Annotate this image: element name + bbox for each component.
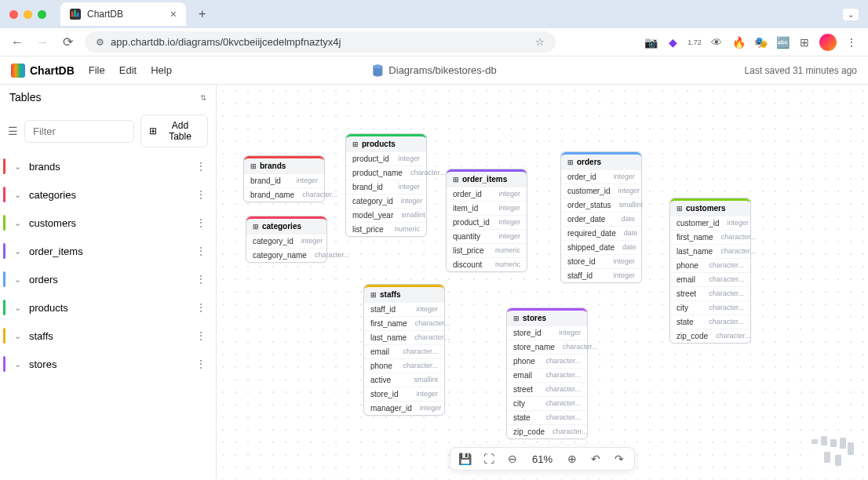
table-column[interactable]: phonecharacter... [364, 358, 444, 373]
chevron-down-icon[interactable]: ⌄ [14, 218, 21, 228]
profile-avatar[interactable] [819, 34, 837, 51]
sidebar-item-orders[interactable]: ⌄ orders ⋮ [0, 265, 216, 293]
table-column[interactable]: customer_idinteger [670, 216, 750, 230]
table-column[interactable]: first_namecharacter... [364, 316, 444, 330]
extension-badge[interactable]: 1.72 [687, 35, 702, 49]
table-column[interactable]: order_idinteger [447, 187, 527, 201]
diagram-table-brands[interactable]: ⊞brandsbrand_idintegerbrand_namecharacte… [243, 155, 325, 202]
table-column[interactable]: emailcharacter... [670, 272, 750, 286]
table-column[interactable]: citycharacter... [507, 396, 587, 410]
table-column[interactable]: emailcharacter... [507, 368, 587, 382]
table-column[interactable]: staff_idinteger [364, 302, 444, 316]
sidebar-item-customers[interactable]: ⌄ customers ⋮ [0, 209, 216, 237]
minimize-window[interactable] [24, 10, 32, 19]
bookmark-icon[interactable]: ☆ [535, 36, 545, 48]
table-column[interactable]: statecharacter... [670, 315, 750, 329]
table-column[interactable]: shipped_datedate [561, 240, 641, 254]
chevron-down-icon[interactable]: ⌄ [14, 331, 21, 341]
more-icon[interactable]: ⋮ [195, 188, 206, 201]
menu-file[interactable]: File [89, 64, 105, 76]
table-column[interactable]: last_namecharacter... [364, 330, 444, 344]
tab-overflow-icon[interactable]: ⌄ [843, 9, 859, 20]
diagram-table-stores[interactable]: ⊞storesstore_idintegerstore_namecharacte… [506, 307, 588, 439]
url-input[interactable]: ⚙ app.chartdb.io/diagrams/0kvcbeiijcedel… [85, 31, 556, 53]
close-window[interactable] [9, 10, 18, 19]
app-logo[interactable]: ChartDB [11, 64, 75, 78]
table-header[interactable]: ⊞orders [561, 152, 641, 169]
table-column[interactable]: citycharacter... [670, 300, 750, 315]
sidebar-item-staffs[interactable]: ⌄ staffs ⋮ [0, 322, 216, 350]
table-column[interactable]: product_idinteger [346, 151, 426, 165]
table-column[interactable]: model_yearsmallint [346, 208, 426, 222]
filter-input[interactable] [24, 120, 134, 143]
sidebar-item-products[interactable]: ⌄ products ⋮ [0, 293, 216, 322]
table-column[interactable]: product_namecharacter... [346, 165, 426, 180]
forward-button[interactable]: → [35, 35, 50, 49]
table-column[interactable]: brand_namecharacter... [244, 187, 324, 202]
diagram-canvas[interactable]: ⊞storesstore_idintegerstore_namecharacte… [217, 85, 868, 480]
table-column[interactable]: category_idinteger [246, 234, 326, 248]
table-column[interactable]: order_datedate [561, 212, 641, 226]
undo-icon[interactable]: ↶ [589, 453, 603, 465]
fit-view-icon[interactable]: ⛶ [482, 453, 496, 465]
breadcrumb[interactable]: Diagrams/bikestores-db [371, 64, 496, 77]
add-table-button[interactable]: ⊞ Add Table [140, 115, 208, 147]
menu-edit[interactable]: Edit [119, 64, 137, 76]
close-tab-icon[interactable]: × [170, 8, 177, 20]
maximize-window[interactable] [38, 10, 46, 19]
new-tab-button[interactable]: + [192, 7, 212, 21]
table-column[interactable]: activesmallint [364, 373, 444, 387]
sort-icon[interactable]: ⇅ [200, 93, 206, 102]
chevron-down-icon[interactable]: ⌄ [14, 190, 21, 200]
table-header[interactable]: ⊞products [346, 134, 426, 151]
table-header[interactable]: ⊞categories [246, 216, 326, 234]
chevron-down-icon[interactable]: ⌄ [14, 275, 21, 285]
table-header[interactable]: ⊞customers [670, 198, 750, 216]
table-column[interactable]: discountnumeric [447, 257, 527, 271]
table-column[interactable]: zip_codecharacter... [507, 424, 587, 438]
back-button[interactable]: ← [9, 35, 25, 49]
table-column[interactable]: category_namecharacter... [246, 248, 326, 262]
table-column[interactable]: phonecharacter... [670, 258, 750, 272]
more-icon[interactable]: ⋮ [195, 358, 206, 370]
more-icon[interactable]: ⋮ [195, 216, 206, 229]
table-column[interactable]: list_pricenumeric [346, 222, 426, 236]
table-column[interactable]: required_datedate [561, 226, 641, 240]
sidebar-item-brands[interactable]: ⌄ brands ⋮ [0, 152, 216, 180]
table-column[interactable]: streetcharacter... [507, 382, 587, 396]
more-icon[interactable]: ⋮ [195, 301, 206, 314]
zoom-in-icon[interactable]: ⊕ [565, 453, 579, 465]
table-column[interactable]: brand_idinteger [244, 173, 324, 187]
table-column[interactable]: emailcharacter... [364, 344, 444, 358]
more-icon[interactable]: ⋮ [195, 245, 206, 257]
camera-icon[interactable]: 📷 [644, 35, 658, 49]
table-column[interactable]: order_idinteger [561, 169, 641, 184]
table-column[interactable]: quantityinteger [447, 229, 527, 243]
browser-tab[interactable]: ChartDB × [60, 2, 186, 26]
browser-menu-icon[interactable]: ⋮ [844, 35, 859, 49]
table-column[interactable]: store_idinteger [507, 325, 587, 340]
more-icon[interactable]: ⋮ [195, 273, 206, 285]
diagram-table-order_items[interactable]: ⊞order_itemsorder_idintegeritem_idintege… [446, 169, 527, 272]
table-column[interactable]: phonecharacter... [507, 354, 587, 368]
extension-icon-3[interactable]: 🎭 [753, 35, 768, 49]
table-column[interactable]: zip_codecharacter... [670, 329, 750, 343]
table-header[interactable]: ⊞brands [244, 156, 324, 173]
table-column[interactable]: list_pricenumeric [447, 243, 527, 257]
more-icon[interactable]: ⋮ [195, 160, 206, 173]
extensions-menu-icon[interactable]: ⊞ [797, 35, 811, 49]
diagram-table-products[interactable]: ⊞productsproduct_idintegerproduct_namech… [345, 133, 427, 237]
chevron-down-icon[interactable]: ⌄ [14, 303, 21, 313]
diagram-table-categories[interactable]: ⊞categoriescategory_idintegercategory_na… [246, 216, 327, 263]
site-info-icon[interactable]: ⚙ [96, 37, 104, 48]
menu-help[interactable]: Help [151, 64, 172, 76]
more-icon[interactable]: ⋮ [195, 329, 206, 342]
sidebar-item-categories[interactable]: ⌄ categories ⋮ [0, 180, 216, 209]
table-header[interactable]: ⊞staffs [364, 285, 444, 302]
redo-icon[interactable]: ↷ [612, 453, 626, 465]
diagram-table-orders[interactable]: ⊞ordersorder_idintegercustomer_idinteger… [560, 151, 642, 283]
table-column[interactable]: brand_idinteger [346, 180, 426, 194]
incognito-icon[interactable]: 👁 [709, 35, 724, 49]
table-column[interactable]: store_namecharacter... [507, 340, 587, 354]
table-column[interactable]: streetcharacter... [670, 286, 750, 300]
